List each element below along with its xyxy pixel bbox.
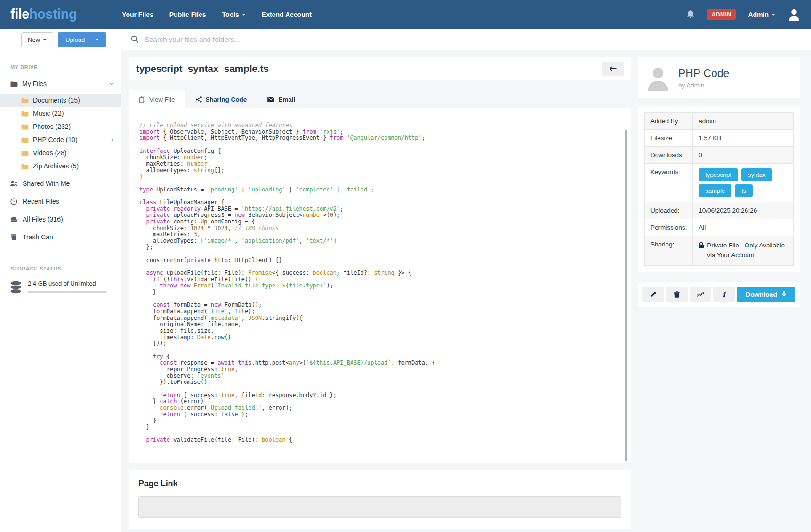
code-scrollbar[interactable] [625, 130, 627, 461]
code-line: private config: UploadConfig = { [139, 219, 621, 225]
notifications-bell-icon[interactable] [686, 10, 695, 19]
sidebar-folder-documents-15[interactable]: Documents (15) [0, 94, 121, 107]
nav-public-files[interactable]: Public Files [169, 11, 206, 18]
detail-label: Added By: [645, 113, 693, 130]
code-line: private readonly API_BASE = 'https://api… [139, 206, 621, 213]
caret-down-icon [771, 14, 775, 16]
tab-view-file[interactable]: View File [129, 90, 185, 108]
file-type-title: PHP Code [678, 67, 729, 80]
trash-icon [674, 291, 680, 298]
code-line: allowedTypes: string[]; [139, 167, 621, 174]
keyword-badge-ts[interactable]: ts [735, 184, 753, 197]
folder-icon [21, 97, 29, 103]
code-line: chunkSize: 1024 * 1024, // 1MB chunks [139, 225, 621, 232]
search-bar [121, 29, 811, 50]
delete-button[interactable] [666, 287, 688, 302]
detail-row-permissions: Permissions:All [645, 219, 794, 236]
all-files-icon [9, 216, 18, 222]
upload-button[interactable]: Upload [58, 32, 106, 47]
main-column: typescript_syntax_sample.ts View FileSha… [129, 57, 631, 529]
envelope-icon [267, 97, 274, 102]
sidebar-folder-videos-28[interactable]: Videos (28) [0, 146, 121, 159]
tab-email[interactable]: Email [257, 90, 305, 108]
keyword-badge-typescript[interactable]: typescript [699, 168, 738, 181]
nav-extend-account[interactable]: Extend Account [262, 11, 312, 18]
edit-button[interactable] [642, 287, 664, 302]
user-avatar[interactable] [787, 8, 801, 21]
sidebar-folder-zip-archives-5[interactable]: Zip Archives (5) [0, 159, 121, 173]
nav-your-files[interactable]: Your Files [122, 11, 153, 18]
file-owner-card: PHP Code by Admin [638, 57, 800, 98]
sidebar-item-my-files[interactable]: My Files [0, 77, 121, 91]
code-line: maxRetries: 3, [139, 231, 621, 238]
storage-progress-bar [28, 291, 107, 293]
back-button[interactable] [602, 62, 624, 76]
detail-row-added-by: Added By:admin [645, 113, 794, 130]
sidebar-item-recent-files[interactable]: Recent Files [0, 194, 121, 208]
details-panel: PHP Code by Admin Added By:adminFilesize… [638, 57, 800, 307]
sidebar-folder-music-22[interactable]: Music (22) [0, 107, 121, 120]
page-link-input[interactable] [138, 496, 621, 518]
sidebar-item-label: Recent Files [23, 198, 59, 205]
nav-tools[interactable]: Tools [222, 11, 246, 18]
code-line [139, 251, 621, 257]
admin-badge[interactable]: ADMIN [707, 9, 736, 20]
sidebar-folder-php-code-10[interactable]: PHP Code (10) [0, 133, 121, 146]
logo-part-2: hosting [29, 7, 77, 22]
code-line: } [139, 174, 621, 180]
chevron-right-icon [111, 137, 114, 142]
chevron-down-icon [109, 82, 114, 85]
code-line: observe: 'events' [139, 373, 621, 380]
file-actions-card: iDownload [638, 282, 800, 307]
file-tabs: View FileSharing CodeEmail [129, 90, 631, 108]
code-line [139, 180, 621, 187]
sidebar-item-shared-with-me[interactable]: Shared With Me [0, 176, 121, 191]
app-logo[interactable]: filehosting [10, 7, 77, 22]
keyword-badge-sample[interactable]: sample [699, 184, 731, 197]
download-button[interactable]: Download [737, 287, 795, 302]
statistics-button[interactable] [690, 287, 711, 302]
upload-button-label: Upload [65, 36, 85, 43]
caret-down-icon [43, 39, 47, 40]
folder-icon [21, 124, 29, 130]
sidebar-folder-photos-232[interactable]: Photos (232) [0, 120, 121, 133]
detail-value: All [693, 219, 794, 236]
file-info-button[interactable]: i [713, 287, 735, 302]
code-line: maxRetries: number; [139, 161, 621, 167]
folder-label: Zip Archives (5) [33, 162, 79, 170]
code-line: async uploadFile(file: File): Promise<{ … [139, 270, 621, 277]
code-line: try { [139, 354, 621, 360]
main-nav: Your FilesPublic FilesToolsExtend Accoun… [122, 11, 312, 18]
caret-down-icon [95, 39, 99, 40]
tab-sharing-code[interactable]: Sharing Code [185, 90, 257, 108]
storage-usage-text: 2.4 GB used of Unlimited [28, 280, 107, 287]
code-line: originalName: file.name, [139, 321, 621, 328]
code-line: size: file.size, [139, 328, 621, 334]
clock-icon [9, 198, 18, 205]
detail-row-sharing: Sharing:Private File - Only Available vi… [645, 236, 794, 266]
detail-label: Uploaded: [645, 202, 693, 219]
code-line: type UploadStatus = 'pending' | 'uploadi… [139, 187, 621, 193]
folder-list: Documents (15)Music (22)Photos (232)PHP … [0, 94, 121, 173]
user-menu[interactable]: Admin [748, 11, 775, 18]
user-menu-label: Admin [748, 11, 769, 18]
navbar-right: ADMIN Admin [686, 8, 801, 21]
code-line: return { success: true, fileId: response… [139, 392, 621, 399]
caret-down-icon [242, 14, 246, 16]
keyword-badge-syntax[interactable]: syntax [741, 168, 772, 181]
detail-value: Private File - Only Available via Your A… [693, 236, 794, 266]
info-icon: i [723, 290, 725, 299]
users-icon [9, 181, 18, 187]
code-line: import { HttpClient, HttpEventType, Http… [139, 135, 621, 142]
code-viewer-card: // File upload service with advanced fea… [129, 108, 631, 463]
new-button[interactable]: New [21, 32, 53, 47]
detail-row-filesize: Filesize:1.57 KB [645, 130, 794, 147]
code-line: timestamp: Date.now() [139, 334, 621, 341]
sidebar-items: Shared With MeRecent FilesAll Files (316… [0, 173, 121, 244]
code-line: } [139, 418, 621, 424]
sidebar-item-all-files-316[interactable]: All Files (316) [0, 212, 121, 226]
detail-row-keywords: Keywords:typescriptsyntaxsamplets [645, 164, 794, 202]
sidebar-item-trash-can[interactable]: Trash Can [0, 230, 121, 244]
search-input[interactable] [145, 35, 802, 43]
detail-label: Keywords: [645, 164, 693, 202]
